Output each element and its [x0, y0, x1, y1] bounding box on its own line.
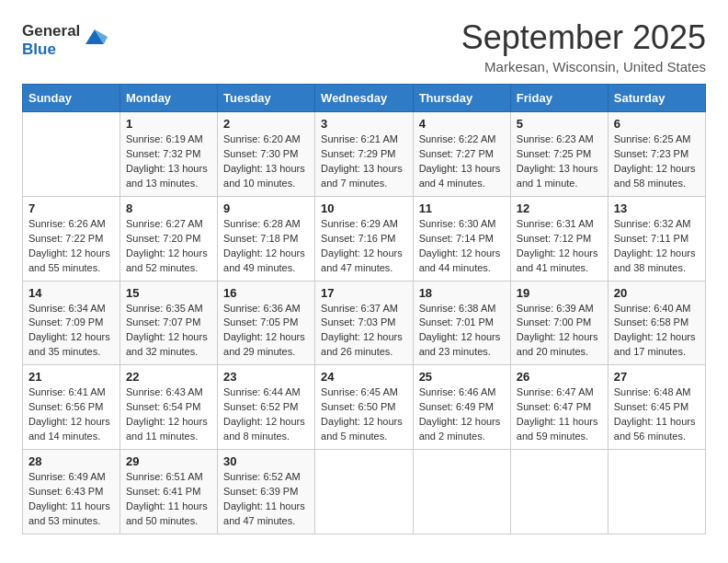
title-section: September 2025 Markesan, Wisconsin, Unit…	[461, 18, 706, 75]
calendar: SundayMondayTuesdayWednesdayThursdayFrid…	[22, 84, 706, 534]
day-number: 27	[614, 370, 700, 384]
calendar-cell: 26Sunrise: 6:47 AMSunset: 6:47 PMDayligh…	[510, 365, 608, 450]
day-number: 30	[223, 454, 309, 468]
calendar-cell: 4Sunrise: 6:22 AMSunset: 7:27 PMDaylight…	[413, 112, 510, 197]
header: General Blue September 2025 Markesan, Wi…	[22, 18, 706, 75]
month-title: September 2025	[461, 18, 706, 57]
calendar-cell: 15Sunrise: 6:35 AMSunset: 7:07 PMDayligh…	[119, 281, 217, 365]
logo-icon	[82, 24, 108, 50]
day-number: 9	[223, 201, 309, 215]
calendar-cell	[413, 450, 510, 534]
day-number: 2	[223, 117, 309, 131]
day-number: 4	[419, 117, 505, 131]
day-info: Sunrise: 6:22 AMSunset: 7:27 PMDaylight:…	[419, 132, 505, 191]
calendar-cell: 3Sunrise: 6:21 AMSunset: 7:29 PMDaylight…	[315, 112, 414, 197]
calendar-cell: 18Sunrise: 6:38 AMSunset: 7:01 PMDayligh…	[413, 281, 510, 365]
calendar-cell: 16Sunrise: 6:36 AMSunset: 7:05 PMDayligh…	[218, 281, 315, 365]
day-number: 13	[614, 201, 700, 215]
day-number: 26	[517, 370, 602, 384]
calendar-cell: 8Sunrise: 6:27 AMSunset: 7:20 PMDaylight…	[119, 196, 217, 281]
day-info: Sunrise: 6:47 AMSunset: 6:47 PMDaylight:…	[517, 385, 602, 444]
calendar-cell: 29Sunrise: 6:51 AMSunset: 6:41 PMDayligh…	[119, 450, 217, 534]
day-number: 25	[419, 370, 505, 384]
calendar-cell	[510, 450, 608, 534]
day-number: 19	[517, 286, 602, 300]
day-number: 18	[419, 286, 505, 300]
day-info: Sunrise: 6:38 AMSunset: 7:01 PMDaylight:…	[419, 302, 505, 361]
logo: General Blue	[22, 22, 108, 58]
day-info: Sunrise: 6:34 AMSunset: 7:09 PMDaylight:…	[28, 302, 114, 361]
day-info: Sunrise: 6:39 AMSunset: 7:00 PMDaylight:…	[517, 302, 602, 361]
day-info: Sunrise: 6:35 AMSunset: 7:07 PMDaylight:…	[126, 302, 211, 361]
weekday-header: Sunday	[23, 85, 120, 112]
day-info: Sunrise: 6:37 AMSunset: 7:03 PMDaylight:…	[321, 302, 407, 361]
day-info: Sunrise: 6:29 AMSunset: 7:16 PMDaylight:…	[321, 217, 407, 276]
day-info: Sunrise: 6:41 AMSunset: 6:56 PMDaylight:…	[28, 385, 114, 444]
calendar-cell: 14Sunrise: 6:34 AMSunset: 7:09 PMDayligh…	[23, 281, 120, 365]
day-info: Sunrise: 6:44 AMSunset: 6:52 PMDaylight:…	[223, 385, 309, 444]
day-number: 12	[517, 201, 602, 215]
weekday-header: Wednesday	[315, 85, 414, 112]
calendar-cell: 21Sunrise: 6:41 AMSunset: 6:56 PMDayligh…	[23, 365, 120, 450]
weekday-header: Saturday	[608, 85, 705, 112]
calendar-cell	[23, 112, 120, 197]
day-info: Sunrise: 6:27 AMSunset: 7:20 PMDaylight:…	[126, 217, 211, 276]
calendar-week-row: 21Sunrise: 6:41 AMSunset: 6:56 PMDayligh…	[23, 365, 706, 450]
day-number: 6	[614, 117, 700, 131]
day-info: Sunrise: 6:36 AMSunset: 7:05 PMDaylight:…	[223, 302, 309, 361]
day-info: Sunrise: 6:19 AMSunset: 7:32 PMDaylight:…	[126, 132, 211, 191]
day-info: Sunrise: 6:26 AMSunset: 7:22 PMDaylight:…	[28, 217, 114, 276]
day-info: Sunrise: 6:23 AMSunset: 7:25 PMDaylight:…	[517, 132, 602, 191]
weekday-header: Monday	[119, 85, 217, 112]
day-number: 20	[614, 286, 700, 300]
calendar-cell: 20Sunrise: 6:40 AMSunset: 6:58 PMDayligh…	[608, 281, 705, 365]
day-info: Sunrise: 6:28 AMSunset: 7:18 PMDaylight:…	[223, 217, 309, 276]
calendar-week-row: 7Sunrise: 6:26 AMSunset: 7:22 PMDaylight…	[23, 196, 706, 281]
logo-text: General Blue	[22, 22, 80, 58]
calendar-cell: 2Sunrise: 6:20 AMSunset: 7:30 PMDaylight…	[218, 112, 315, 197]
day-info: Sunrise: 6:40 AMSunset: 6:58 PMDaylight:…	[614, 302, 700, 361]
day-number: 10	[321, 201, 407, 215]
day-number: 24	[321, 370, 407, 384]
day-info: Sunrise: 6:31 AMSunset: 7:12 PMDaylight:…	[517, 217, 602, 276]
day-number: 3	[321, 117, 407, 131]
day-info: Sunrise: 6:48 AMSunset: 6:45 PMDaylight:…	[614, 385, 700, 444]
calendar-cell: 24Sunrise: 6:45 AMSunset: 6:50 PMDayligh…	[315, 365, 414, 450]
location-subtitle: Markesan, Wisconsin, United States	[461, 59, 706, 75]
day-number: 15	[126, 286, 211, 300]
day-number: 28	[28, 454, 114, 468]
calendar-cell: 19Sunrise: 6:39 AMSunset: 7:00 PMDayligh…	[510, 281, 608, 365]
calendar-cell: 17Sunrise: 6:37 AMSunset: 7:03 PMDayligh…	[315, 281, 414, 365]
weekday-header: Thursday	[413, 85, 510, 112]
calendar-cell: 5Sunrise: 6:23 AMSunset: 7:25 PMDaylight…	[510, 112, 608, 197]
calendar-cell: 1Sunrise: 6:19 AMSunset: 7:32 PMDaylight…	[119, 112, 217, 197]
calendar-cell: 13Sunrise: 6:32 AMSunset: 7:11 PMDayligh…	[608, 196, 705, 281]
calendar-cell: 28Sunrise: 6:49 AMSunset: 6:43 PMDayligh…	[23, 450, 120, 534]
day-number: 29	[126, 454, 211, 468]
day-info: Sunrise: 6:21 AMSunset: 7:29 PMDaylight:…	[321, 132, 407, 191]
day-number: 16	[223, 286, 309, 300]
calendar-cell: 10Sunrise: 6:29 AMSunset: 7:16 PMDayligh…	[315, 196, 414, 281]
calendar-cell	[315, 450, 414, 534]
logo-blue: Blue	[22, 40, 80, 59]
day-info: Sunrise: 6:20 AMSunset: 7:30 PMDaylight:…	[223, 132, 309, 191]
calendar-cell: 25Sunrise: 6:46 AMSunset: 6:49 PMDayligh…	[413, 365, 510, 450]
day-info: Sunrise: 6:43 AMSunset: 6:54 PMDaylight:…	[126, 385, 211, 444]
day-info: Sunrise: 6:46 AMSunset: 6:49 PMDaylight:…	[419, 385, 505, 444]
day-info: Sunrise: 6:45 AMSunset: 6:50 PMDaylight:…	[321, 385, 407, 444]
logo-general: General	[22, 22, 80, 40]
day-number: 8	[126, 201, 211, 215]
day-info: Sunrise: 6:32 AMSunset: 7:11 PMDaylight:…	[614, 217, 700, 276]
calendar-cell: 22Sunrise: 6:43 AMSunset: 6:54 PMDayligh…	[119, 365, 217, 450]
calendar-cell: 9Sunrise: 6:28 AMSunset: 7:18 PMDaylight…	[218, 196, 315, 281]
calendar-week-row: 1Sunrise: 6:19 AMSunset: 7:32 PMDaylight…	[23, 112, 706, 197]
calendar-cell: 23Sunrise: 6:44 AMSunset: 6:52 PMDayligh…	[218, 365, 315, 450]
day-info: Sunrise: 6:51 AMSunset: 6:41 PMDaylight:…	[126, 470, 211, 529]
day-number: 1	[126, 117, 211, 131]
day-number: 23	[223, 370, 309, 384]
day-number: 17	[321, 286, 407, 300]
calendar-cell: 27Sunrise: 6:48 AMSunset: 6:45 PMDayligh…	[608, 365, 705, 450]
calendar-cell: 12Sunrise: 6:31 AMSunset: 7:12 PMDayligh…	[510, 196, 608, 281]
day-number: 22	[126, 370, 211, 384]
day-number: 14	[28, 286, 114, 300]
